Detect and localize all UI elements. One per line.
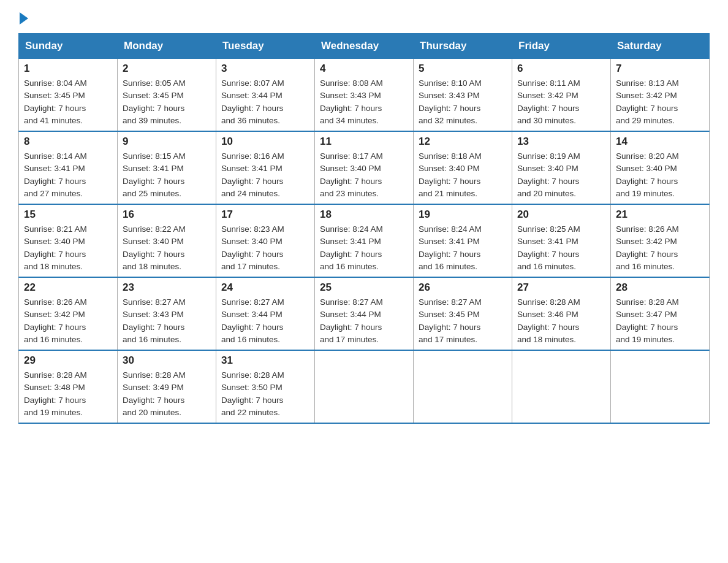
day-info: Sunrise: 8:25 AMSunset: 3:41 PMDaylight:… (517, 223, 605, 273)
calendar-day-cell: 20Sunrise: 8:25 AMSunset: 3:41 PMDayligh… (512, 204, 611, 277)
logo (18, 12, 29, 22)
calendar-day-cell: 28Sunrise: 8:28 AMSunset: 3:47 PMDayligh… (611, 277, 710, 350)
calendar-day-cell: 12Sunrise: 8:18 AMSunset: 3:40 PMDayligh… (414, 131, 512, 204)
calendar-day-cell: 9Sunrise: 8:15 AMSunset: 3:41 PMDaylight… (118, 131, 216, 204)
day-info: Sunrise: 8:27 AMSunset: 3:44 PMDaylight:… (221, 296, 309, 346)
calendar-day-cell: 19Sunrise: 8:24 AMSunset: 3:41 PMDayligh… (414, 204, 512, 277)
day-info: Sunrise: 8:23 AMSunset: 3:40 PMDaylight:… (221, 223, 309, 273)
day-of-week-header: Monday (118, 34, 216, 59)
calendar-day-cell: 31Sunrise: 8:28 AMSunset: 3:50 PMDayligh… (216, 350, 315, 423)
day-info: Sunrise: 8:28 AMSunset: 3:48 PMDaylight:… (24, 369, 112, 419)
day-info: Sunrise: 8:17 AMSunset: 3:40 PMDaylight:… (320, 150, 408, 200)
day-number: 2 (123, 63, 211, 75)
day-info: Sunrise: 8:28 AMSunset: 3:47 PMDaylight:… (616, 296, 704, 346)
days-of-week-row: SundayMondayTuesdayWednesdayThursdayFrid… (19, 34, 710, 59)
calendar-day-cell: 6Sunrise: 8:11 AMSunset: 3:42 PMDaylight… (512, 59, 611, 132)
calendar-day-cell: 30Sunrise: 8:28 AMSunset: 3:49 PMDayligh… (118, 350, 216, 423)
calendar-day-cell: 10Sunrise: 8:16 AMSunset: 3:41 PMDayligh… (216, 131, 315, 204)
day-info: Sunrise: 8:05 AMSunset: 3:45 PMDaylight:… (123, 77, 211, 127)
day-number: 4 (320, 63, 408, 75)
calendar-header: SundayMondayTuesdayWednesdayThursdayFrid… (19, 34, 710, 59)
calendar-table: SundayMondayTuesdayWednesdayThursdayFrid… (18, 33, 710, 424)
day-info: Sunrise: 8:27 AMSunset: 3:43 PMDaylight:… (123, 296, 211, 346)
day-number: 24 (221, 282, 309, 294)
day-number: 25 (320, 282, 408, 294)
calendar-day-cell: 27Sunrise: 8:28 AMSunset: 3:46 PMDayligh… (512, 277, 611, 350)
day-info: Sunrise: 8:14 AMSunset: 3:41 PMDaylight:… (24, 150, 112, 200)
day-info: Sunrise: 8:07 AMSunset: 3:44 PMDaylight:… (221, 77, 309, 127)
day-number: 29 (24, 354, 112, 367)
calendar-day-cell: 25Sunrise: 8:27 AMSunset: 3:44 PMDayligh… (315, 277, 414, 350)
logo-arrow-icon (20, 12, 28, 25)
calendar-day-cell: 7Sunrise: 8:13 AMSunset: 3:42 PMDaylight… (611, 59, 710, 132)
day-info: Sunrise: 8:22 AMSunset: 3:40 PMDaylight:… (123, 223, 211, 273)
day-info: Sunrise: 8:04 AMSunset: 3:45 PMDaylight:… (24, 77, 112, 127)
day-number: 19 (419, 209, 507, 221)
day-number: 10 (221, 136, 309, 148)
day-info: Sunrise: 8:13 AMSunset: 3:42 PMDaylight:… (616, 77, 704, 127)
day-number: 9 (123, 136, 211, 148)
calendar-body: 1Sunrise: 8:04 AMSunset: 3:45 PMDaylight… (19, 59, 710, 424)
calendar-day-cell: 17Sunrise: 8:23 AMSunset: 3:40 PMDayligh… (216, 204, 315, 277)
calendar-day-cell: 2Sunrise: 8:05 AMSunset: 3:45 PMDaylight… (118, 59, 216, 132)
day-info: Sunrise: 8:10 AMSunset: 3:43 PMDaylight:… (419, 77, 507, 127)
day-number: 26 (419, 282, 507, 294)
calendar-day-cell: 1Sunrise: 8:04 AMSunset: 3:45 PMDaylight… (19, 59, 118, 132)
day-number: 23 (123, 282, 211, 294)
day-number: 18 (320, 209, 408, 221)
calendar-week-row: 29Sunrise: 8:28 AMSunset: 3:48 PMDayligh… (19, 350, 710, 423)
calendar-day-cell: 5Sunrise: 8:10 AMSunset: 3:43 PMDaylight… (414, 59, 512, 132)
day-info: Sunrise: 8:27 AMSunset: 3:45 PMDaylight:… (419, 296, 507, 346)
day-number: 16 (123, 209, 211, 221)
calendar-day-cell: 11Sunrise: 8:17 AMSunset: 3:40 PMDayligh… (315, 131, 414, 204)
day-number: 12 (419, 136, 507, 148)
calendar-day-cell: 13Sunrise: 8:19 AMSunset: 3:40 PMDayligh… (512, 131, 611, 204)
day-number: 31 (221, 354, 309, 367)
day-info: Sunrise: 8:08 AMSunset: 3:43 PMDaylight:… (320, 77, 408, 127)
day-number: 30 (123, 354, 211, 367)
calendar-day-cell: 8Sunrise: 8:14 AMSunset: 3:41 PMDaylight… (19, 131, 118, 204)
calendar-week-row: 8Sunrise: 8:14 AMSunset: 3:41 PMDaylight… (19, 131, 710, 204)
calendar-week-row: 1Sunrise: 8:04 AMSunset: 3:45 PMDaylight… (19, 59, 710, 132)
calendar-day-cell: 23Sunrise: 8:27 AMSunset: 3:43 PMDayligh… (118, 277, 216, 350)
calendar-day-cell (414, 350, 512, 423)
day-number: 15 (24, 209, 112, 221)
day-info: Sunrise: 8:24 AMSunset: 3:41 PMDaylight:… (320, 223, 408, 273)
day-of-week-header: Wednesday (315, 34, 414, 59)
day-number: 21 (616, 209, 704, 221)
day-of-week-header: Saturday (611, 34, 710, 59)
day-number: 7 (616, 63, 704, 75)
calendar-day-cell: 3Sunrise: 8:07 AMSunset: 3:44 PMDaylight… (216, 59, 315, 132)
day-number: 17 (221, 209, 309, 221)
day-number: 28 (616, 282, 704, 294)
calendar-day-cell: 15Sunrise: 8:21 AMSunset: 3:40 PMDayligh… (19, 204, 118, 277)
day-info: Sunrise: 8:11 AMSunset: 3:42 PMDaylight:… (517, 77, 605, 127)
day-number: 14 (616, 136, 704, 148)
day-number: 11 (320, 136, 408, 148)
day-number: 27 (517, 282, 605, 294)
day-info: Sunrise: 8:21 AMSunset: 3:40 PMDaylight:… (24, 223, 112, 273)
calendar-day-cell (512, 350, 611, 423)
day-number: 22 (24, 282, 112, 294)
day-info: Sunrise: 8:15 AMSunset: 3:41 PMDaylight:… (123, 150, 211, 200)
calendar-week-row: 15Sunrise: 8:21 AMSunset: 3:40 PMDayligh… (19, 204, 710, 277)
day-info: Sunrise: 8:19 AMSunset: 3:40 PMDaylight:… (517, 150, 605, 200)
calendar-day-cell (315, 350, 414, 423)
day-number: 20 (517, 209, 605, 221)
calendar-day-cell: 16Sunrise: 8:22 AMSunset: 3:40 PMDayligh… (118, 204, 216, 277)
day-info: Sunrise: 8:28 AMSunset: 3:46 PMDaylight:… (517, 296, 605, 346)
day-info: Sunrise: 8:16 AMSunset: 3:41 PMDaylight:… (221, 150, 309, 200)
day-number: 13 (517, 136, 605, 148)
calendar-day-cell: 22Sunrise: 8:26 AMSunset: 3:42 PMDayligh… (19, 277, 118, 350)
day-of-week-header: Tuesday (216, 34, 315, 59)
day-of-week-header: Sunday (19, 34, 118, 59)
day-number: 1 (24, 63, 112, 75)
day-info: Sunrise: 8:24 AMSunset: 3:41 PMDaylight:… (419, 223, 507, 273)
day-number: 8 (24, 136, 112, 148)
day-info: Sunrise: 8:28 AMSunset: 3:50 PMDaylight:… (221, 369, 309, 419)
page-header (18, 12, 710, 22)
day-info: Sunrise: 8:26 AMSunset: 3:42 PMDaylight:… (616, 223, 704, 273)
calendar-day-cell (611, 350, 710, 423)
day-info: Sunrise: 8:26 AMSunset: 3:42 PMDaylight:… (24, 296, 112, 346)
day-of-week-header: Thursday (414, 34, 512, 59)
